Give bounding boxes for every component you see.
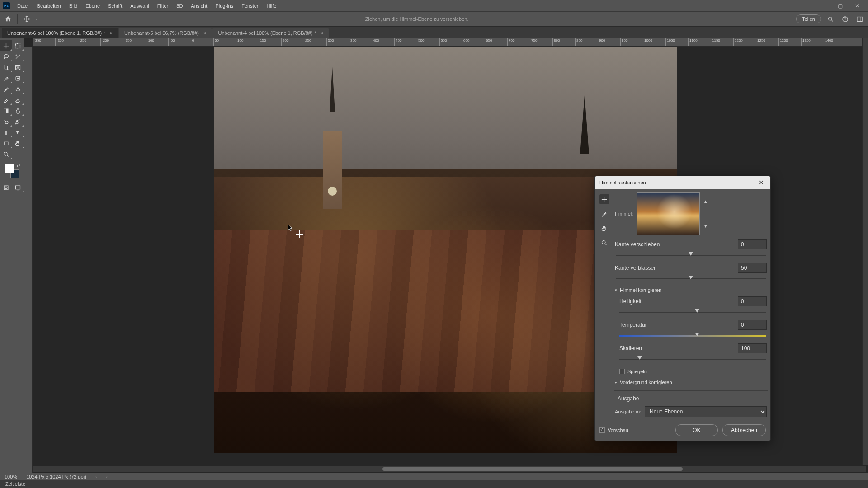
dodge-tool-icon[interactable] xyxy=(0,116,12,127)
clone-stamp-icon[interactable] xyxy=(12,84,24,94)
edge-fade-input[interactable] xyxy=(738,263,767,273)
quick-mask-icon[interactable] xyxy=(0,182,12,193)
search-icon[interactable] xyxy=(826,14,835,24)
sky-brush-tool-icon[interactable] xyxy=(599,209,609,219)
move-tool-indicator-icon[interactable] xyxy=(22,14,31,23)
menu-plugins[interactable]: Plug-ins xyxy=(212,1,237,10)
menu-edit[interactable]: Bearbeiten xyxy=(33,1,65,10)
canvas-scrollbar[interactable] xyxy=(33,466,866,472)
home-icon[interactable] xyxy=(4,14,13,23)
hand-tool-icon[interactable] xyxy=(12,138,24,149)
rectangle-shape-icon[interactable] xyxy=(0,138,12,149)
menu-select[interactable]: Auswahl xyxy=(127,1,153,10)
edge-fade-slider[interactable] xyxy=(616,276,766,282)
temperature-input[interactable] xyxy=(738,320,767,330)
path-select-icon[interactable] xyxy=(12,127,24,138)
svg-rect-14 xyxy=(16,186,20,189)
zoom-tool-icon[interactable] xyxy=(0,149,12,160)
gradient-tool-icon[interactable] xyxy=(0,105,12,116)
section-foreground-adjust[interactable]: ▸Vordergrund korrigieren xyxy=(615,380,767,385)
sky-move-tool-icon[interactable] xyxy=(599,194,609,204)
chevron-down-icon[interactable]: ▾ xyxy=(704,223,707,229)
crop-tool-icon[interactable] xyxy=(0,62,12,73)
temperature-label: Temperatur xyxy=(619,322,734,328)
chevron-right-icon: ▸ xyxy=(615,380,617,385)
brightness-input[interactable] xyxy=(738,296,767,306)
healing-brush-icon[interactable] xyxy=(12,73,24,84)
help-icon[interactable] xyxy=(840,14,850,24)
history-brush-icon[interactable] xyxy=(0,94,12,105)
share-button[interactable]: Teilen xyxy=(796,14,821,23)
doc-tab-1-label: Unbenannt-6 bei 100% (Ebene 1, RGB/8#) * xyxy=(7,30,105,36)
ruler-tick: 450 xyxy=(394,38,417,46)
window-maximize-icon[interactable]: ▢ xyxy=(832,1,848,11)
edit-toolbar-icon[interactable]: ⋯ xyxy=(12,149,24,160)
menu-layer[interactable]: Ebene xyxy=(82,1,104,10)
screen-mode-icon[interactable] xyxy=(12,182,24,193)
menu-file[interactable]: Datei xyxy=(14,1,33,10)
close-icon[interactable]: × xyxy=(109,30,112,36)
sky-preset-thumbnail[interactable] xyxy=(637,192,700,235)
menu-image[interactable]: Bild xyxy=(66,1,81,10)
ok-button[interactable]: OK xyxy=(675,424,718,436)
dialog-titlebar[interactable]: Himmel austauschen ✕ xyxy=(595,176,770,189)
chevron-up-icon[interactable]: ▴ xyxy=(704,198,707,204)
brightness-slider[interactable] xyxy=(619,309,766,315)
ruler-vertical[interactable] xyxy=(24,47,33,474)
type-tool-icon[interactable] xyxy=(0,127,12,138)
ruler-tick: 950 xyxy=(620,38,643,46)
cancel-button[interactable]: Abbrechen xyxy=(722,424,766,436)
menu-filter[interactable]: Filter xyxy=(154,1,172,10)
menu-type[interactable]: Schrift xyxy=(104,1,126,10)
ruler-tick: 50 xyxy=(213,38,236,46)
eraser-tool-icon[interactable] xyxy=(12,94,24,105)
section-sky-adjust[interactable]: ▾Himmel korrigieren xyxy=(615,287,767,293)
pen-tool-icon[interactable] xyxy=(12,116,24,127)
menu-help[interactable]: Hilfe xyxy=(263,1,280,10)
rect-marquee-icon[interactable] xyxy=(12,40,24,51)
output-target-select[interactable]: Neue Ebenen xyxy=(645,406,767,417)
magic-wand-icon[interactable] xyxy=(12,51,24,62)
zoom-level[interactable]: 100% xyxy=(5,474,17,479)
sky-hand-tool-icon[interactable] xyxy=(599,223,609,233)
flip-checkbox[interactable]: Spiegeln xyxy=(615,369,767,374)
menu-view[interactable]: Ansicht xyxy=(187,1,211,10)
window-minimize-icon[interactable]: — xyxy=(815,1,831,11)
window-close-icon[interactable]: ✕ xyxy=(849,1,865,11)
timeline-panel-tab[interactable]: Zeitleiste xyxy=(0,480,868,488)
right-panel-collapsed[interactable] xyxy=(862,38,868,465)
close-icon[interactable]: × xyxy=(203,30,206,36)
status-more-icon[interactable]: › xyxy=(95,474,97,479)
preview-checkbox[interactable]: Vorschau xyxy=(599,427,628,433)
close-icon[interactable]: × xyxy=(321,30,323,36)
lasso-tool-icon[interactable] xyxy=(0,51,12,62)
menu-3d[interactable]: 3D xyxy=(173,1,186,10)
swap-colors-icon[interactable]: ⇄ xyxy=(17,163,20,168)
doc-tab-3[interactable]: Unbenannt-4 bei 100% (Ebene 1, RGB/8#) *… xyxy=(212,28,329,38)
workspace-switcher-icon[interactable] xyxy=(854,14,864,24)
menu-window[interactable]: Fenster xyxy=(238,1,262,10)
fg-color-swatch[interactable] xyxy=(5,164,14,173)
ruler-tick: 1300 xyxy=(778,38,801,46)
ruler-tick: 1100 xyxy=(688,38,711,46)
scale-input[interactable] xyxy=(738,343,767,353)
move-tool-icon[interactable] xyxy=(0,40,12,51)
status-prev-icon[interactable]: ‹ xyxy=(106,474,108,479)
scale-slider[interactable] xyxy=(619,356,766,362)
ruler-tick: 1000 xyxy=(643,38,665,46)
edge-shift-input[interactable] xyxy=(738,239,767,249)
doc-tab-2[interactable]: Unbenannt-5 bei 66,7% (RGB/8#)× xyxy=(119,28,212,38)
blur-tool-icon[interactable] xyxy=(12,105,24,116)
eyedropper-icon[interactable] xyxy=(0,73,12,84)
ruler-horizontal[interactable]: -350-300-250-200-150-100-500501001502002… xyxy=(33,38,868,47)
edge-shift-slider[interactable] xyxy=(616,252,766,258)
color-swatches[interactable]: ⇄ xyxy=(5,164,19,178)
sky-replace-dialog: Himmel austauschen ✕ Himmel: ▴▾ Kante ve… xyxy=(594,176,771,441)
brush-tool-icon[interactable] xyxy=(0,84,12,94)
scrollbar-thumb[interactable] xyxy=(382,467,683,471)
dialog-close-icon[interactable]: ✕ xyxy=(757,178,766,187)
frame-tool-icon[interactable] xyxy=(12,62,24,73)
temperature-slider[interactable] xyxy=(619,333,766,339)
sky-zoom-tool-icon[interactable] xyxy=(599,238,609,248)
doc-tab-1[interactable]: Unbenannt-6 bei 100% (Ebene 1, RGB/8#) *… xyxy=(2,28,118,38)
